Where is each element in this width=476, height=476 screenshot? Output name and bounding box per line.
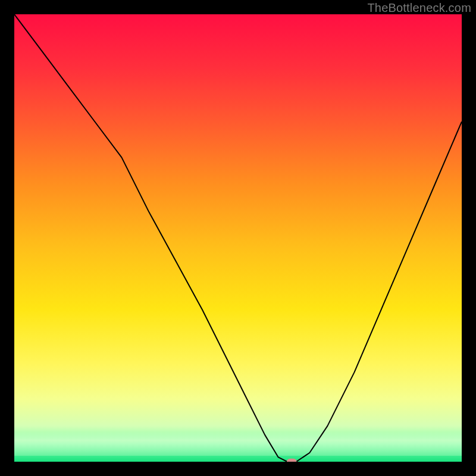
attribution-text: TheBottleneck.com <box>367 1 471 15</box>
bottleneck-curve <box>14 14 462 462</box>
plot-area <box>14 14 462 462</box>
chart-frame: TheBottleneck.com <box>0 0 476 476</box>
optimal-marker <box>14 14 462 462</box>
green-band <box>14 432 462 456</box>
svg-rect-0 <box>287 459 297 462</box>
